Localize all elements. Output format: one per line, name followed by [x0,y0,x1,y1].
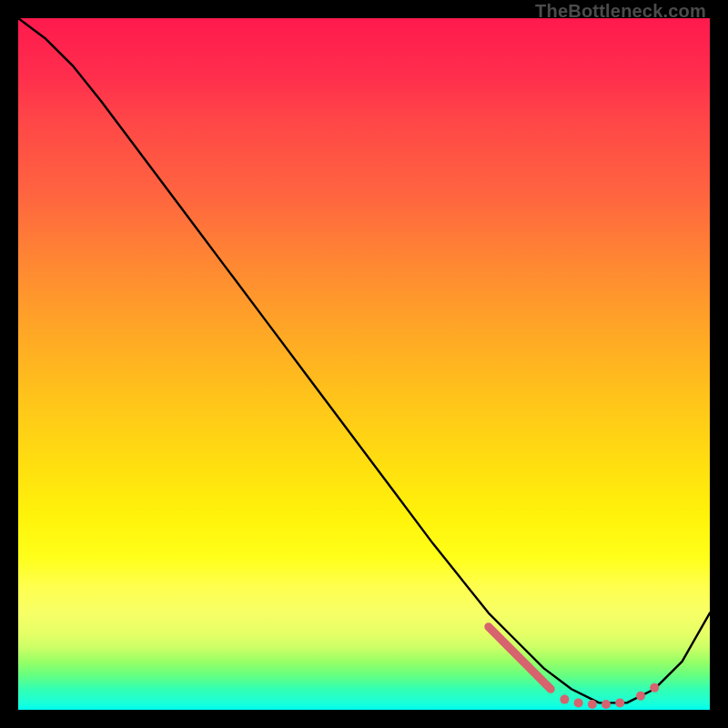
band-r1 [636,692,645,701]
band-flat4 [602,700,611,709]
plot-area [18,18,710,710]
band-r2 [650,683,659,693]
chart-stage: TheBottleneck.com [0,0,728,728]
band-flat2 [574,698,583,707]
watermark-label: TheBottleneck.com [535,2,706,20]
band-flat1 [560,695,569,704]
curve-path [18,18,710,703]
band-left [489,627,551,689]
band-flat3 [588,700,597,709]
band-flat5 [615,698,624,707]
chart-svg [18,18,710,710]
